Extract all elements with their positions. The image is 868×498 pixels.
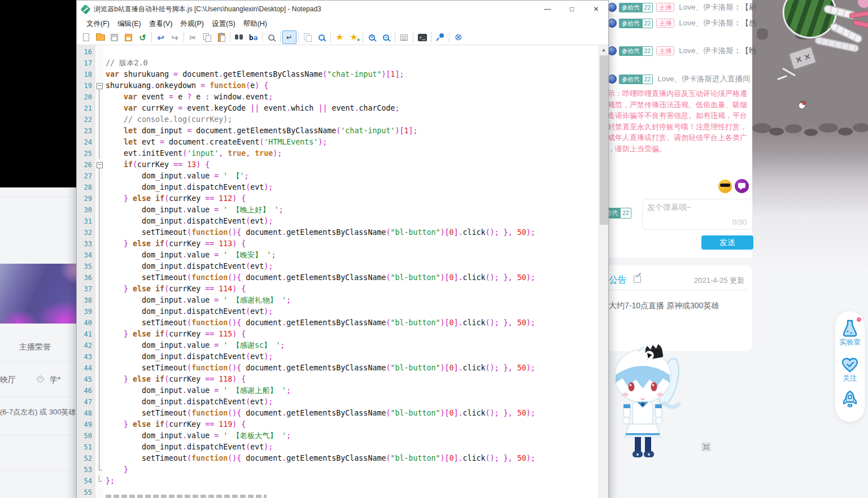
menu-settings[interactable]: 设置(S) bbox=[208, 18, 239, 30]
fold-margin-cell bbox=[95, 419, 103, 430]
code-line: 43 dom_input.dispatchEvent(evt); bbox=[77, 351, 599, 362]
chat-username[interactable]: Love、伊卡洛斯 bbox=[679, 46, 734, 56]
save-as-button[interactable] bbox=[121, 30, 136, 44]
vertical-scrollbar[interactable]: ▲ bbox=[599, 45, 608, 498]
code-text: evt.initEvent('input', true, true); bbox=[103, 148, 282, 159]
minimize-button[interactable]: — bbox=[535, 1, 560, 17]
code-line: 46 dom_input.value = ' 【感谢上船】 '; bbox=[77, 385, 599, 396]
code-line: 24 let evt = document.createEvent('HTMLE… bbox=[77, 137, 599, 148]
lab-button[interactable]: 实验室 bbox=[835, 319, 865, 347]
fold-collapse-marker[interactable] bbox=[95, 80, 103, 91]
new-file-button[interactable] bbox=[79, 30, 93, 44]
title-bar[interactable]: 浏览器b站直播自动补括号脚本.js [C:\Users\huanglexin\D… bbox=[77, 1, 608, 18]
fold-collapse-marker[interactable] bbox=[95, 159, 103, 171]
scrollbar-thumb[interactable] bbox=[600, 55, 608, 225]
save-file-icon bbox=[111, 34, 118, 41]
zoom-in-button[interactable]: + bbox=[365, 30, 379, 44]
chat-settings-button[interactable] bbox=[735, 179, 749, 193]
line-number: 21 bbox=[77, 103, 95, 114]
danmaku-input[interactable] bbox=[647, 203, 732, 212]
scroll-up-arrow[interactable]: ▲ bbox=[599, 45, 608, 55]
chat-username[interactable]: Love、伊卡洛斯 bbox=[679, 18, 734, 28]
line-number: 54 bbox=[77, 475, 95, 487]
revert-file-button[interactable]: ↺ bbox=[136, 30, 150, 44]
code-line: 47 dom_input.dispatchEvent(evt); bbox=[77, 396, 599, 408]
line-number: 48 bbox=[77, 408, 95, 419]
code-text: dom_input.dispatchEvent(evt); bbox=[103, 182, 273, 193]
fold-margin-cell bbox=[95, 408, 103, 419]
code-text bbox=[103, 46, 106, 58]
send-button[interactable]: 发送 bbox=[701, 235, 753, 250]
save-file-button[interactable] bbox=[107, 30, 121, 44]
find-button[interactable] bbox=[232, 30, 246, 44]
menu-edit[interactable]: 编辑(E) bbox=[114, 18, 145, 30]
code-text: dom_input.value = ' 【感谢sc】 '; bbox=[103, 340, 285, 351]
view-dots-button[interactable] bbox=[315, 30, 329, 44]
line-settings-button[interactable] bbox=[397, 30, 411, 44]
zoom-in-icon: + bbox=[369, 34, 375, 41]
copy-block-button[interactable] bbox=[300, 30, 315, 44]
line-number: 29 bbox=[77, 193, 95, 204]
undo-button[interactable]: ↩ bbox=[154, 30, 168, 44]
open-file-button[interactable] bbox=[93, 30, 107, 44]
line-number: 25 bbox=[77, 148, 95, 159]
code-line: 20 var event = e ? e : window.event; bbox=[77, 91, 599, 103]
code-editor[interactable]: 1617// 版本2.018var shurukuang = document.… bbox=[77, 45, 599, 498]
gift-rocket-button[interactable] bbox=[835, 390, 865, 408]
guard-badge-icon bbox=[608, 3, 617, 12]
menu-file[interactable]: 文件(F) bbox=[82, 18, 114, 30]
follow-button[interactable]: 关注 bbox=[835, 357, 865, 383]
room-tag[interactable]: 学* bbox=[50, 375, 60, 385]
code-line: 33 } else if(currKey == 113) { bbox=[77, 238, 599, 250]
code-text: } bbox=[103, 464, 128, 475]
cut-button[interactable]: ✂ bbox=[186, 30, 200, 44]
guard-badge-icon bbox=[608, 19, 617, 28]
zoom-out-button[interactable]: − bbox=[379, 30, 393, 44]
danmaku-input-box[interactable]: 0/30 bbox=[642, 199, 753, 230]
chat-username[interactable]: Love、伊卡洛斯 bbox=[679, 2, 734, 12]
collapse-button[interactable] bbox=[701, 442, 711, 452]
redo-button[interactable]: ↪ bbox=[168, 30, 182, 44]
toolbar-separator bbox=[431, 32, 431, 42]
cinema-label[interactable]: 映厅 bbox=[0, 375, 16, 385]
word-wrap-button[interactable]: ↵ bbox=[282, 30, 296, 44]
zoom-preview-button[interactable] bbox=[264, 30, 278, 44]
line-number: 20 bbox=[77, 91, 95, 103]
code-line: 16 bbox=[77, 46, 599, 58]
code-line: 34 dom_input.value = ' 【晚安】 '; bbox=[77, 250, 599, 261]
menu-view[interactable]: 查看(V) bbox=[145, 18, 177, 30]
line-number: 23 bbox=[77, 125, 95, 137]
fold-margin-cell bbox=[95, 204, 103, 216]
line-number: 37 bbox=[77, 283, 95, 295]
role-badge: 主播 bbox=[656, 19, 674, 28]
fan-medal: 参拾弐22 bbox=[619, 46, 653, 56]
favorite-icon: ★ bbox=[335, 33, 343, 42]
copy-button[interactable] bbox=[200, 30, 214, 44]
fold-margin-cell bbox=[95, 182, 103, 193]
chat-message: 参拾弐22主播Love、伊卡洛斯：【刷 bbox=[608, 2, 756, 13]
add-favorite-button[interactable]: ★+ bbox=[347, 30, 361, 44]
room-warning-text: 示：哔哩哔哩直播内容及互动评论须严格遵规范，严禁传播违法违规、低俗血暴、吸烟造谣… bbox=[608, 88, 752, 154]
replace-button[interactable] bbox=[246, 30, 260, 44]
emoji-button[interactable] bbox=[718, 180, 732, 193]
menu-appearance[interactable]: 外观(P) bbox=[176, 18, 208, 30]
pin-window-button[interactable] bbox=[433, 30, 447, 44]
favorite-button[interactable]: ★ bbox=[333, 30, 347, 44]
edit-icon[interactable] bbox=[634, 276, 641, 283]
toolbar: ↺↩↪✂↵★★++−›_⊗ bbox=[77, 30, 608, 45]
console-button[interactable]: ›_ bbox=[415, 30, 429, 44]
fan-medal: 参拾弐22 bbox=[619, 19, 653, 28]
code-text: setTimeout(function(){ document.getEleme… bbox=[103, 317, 535, 329]
side-rail: 实验室 关注 bbox=[835, 311, 865, 422]
maximize-button[interactable]: □ bbox=[560, 1, 584, 17]
exit-button[interactable]: ⊗ bbox=[451, 30, 465, 44]
fold-margin-cell bbox=[95, 340, 103, 351]
notepad3-window: 浏览器b站直播自动补括号脚本.js [C:\Users\huanglexin\D… bbox=[76, 0, 609, 498]
toolbar-separator bbox=[298, 32, 299, 42]
paste-button[interactable] bbox=[214, 30, 228, 44]
menu-help[interactable]: 帮助(H) bbox=[239, 18, 271, 30]
close-button[interactable]: ✕ bbox=[584, 1, 608, 17]
chat-username[interactable]: Love、伊卡洛斯 bbox=[657, 74, 712, 84]
chat-text: ：【刷 bbox=[734, 2, 757, 12]
line-number: 36 bbox=[77, 272, 95, 283]
